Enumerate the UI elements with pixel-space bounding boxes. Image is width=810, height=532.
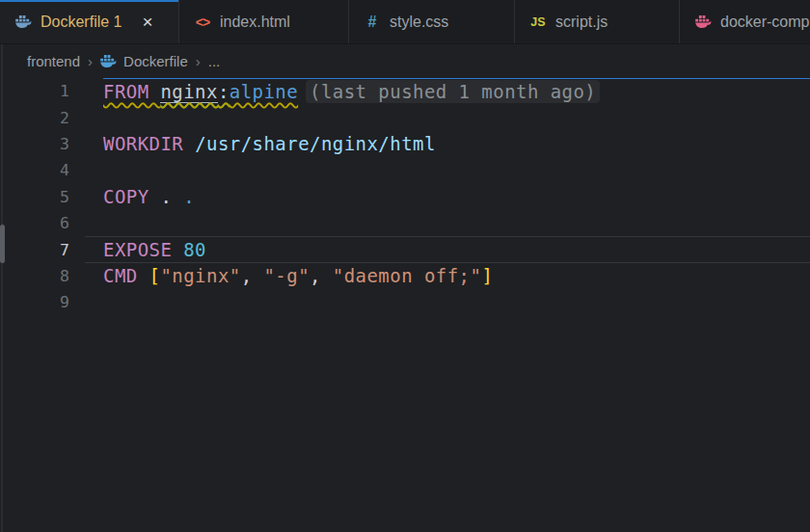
breadcrumb-separator-icon: › xyxy=(88,53,93,69)
breadcrumb-separator-icon: › xyxy=(196,53,201,69)
html-code-icon: <> xyxy=(196,14,209,30)
tab-script-js[interactable]: JS script.js xyxy=(515,0,680,43)
editor[interactable]: 1 FROM nginx:alpine (last pushed 1 month… xyxy=(0,78,810,316)
code-line-7: 7 EXPOSE 80 xyxy=(0,236,810,262)
line-content[interactable]: COPY . . xyxy=(85,184,810,210)
breadcrumb-item-dockerfile[interactable]: Dockerfile xyxy=(100,53,188,69)
left-scrollbar-handle[interactable] xyxy=(0,225,5,263)
token-keyword: CMD xyxy=(103,265,149,286)
line-number[interactable]: 5 xyxy=(0,188,85,206)
line-number[interactable]: 2 xyxy=(0,109,85,127)
line-content[interactable] xyxy=(85,104,810,130)
docker-whale-breadcrumb-icon xyxy=(100,55,117,67)
vscode-window: { "tab_bar": { "tabs": [ { "id": "docker… xyxy=(0,0,810,532)
token-hint: (last pushed 1 month ago) xyxy=(306,80,600,103)
code-line-1: 1 FROM nginx:alpine (last pushed 1 month… xyxy=(0,78,810,104)
code-line-2: 2 xyxy=(0,104,810,130)
token-link: nginx xyxy=(160,81,217,103)
code-line-5: 5 COPY . . xyxy=(0,184,810,210)
tab-index-html[interactable]: <> index.html xyxy=(179,0,349,43)
line-content[interactable]: EXPOSE 80 xyxy=(85,236,810,262)
line-number[interactable]: 1 xyxy=(0,82,85,100)
line-content[interactable] xyxy=(85,157,810,183)
token-string: "-g" xyxy=(263,265,310,286)
line-number[interactable]: 4 xyxy=(0,161,85,179)
breadcrumb-item-frontend[interactable]: frontend xyxy=(27,53,80,69)
green-squiggle: nginx xyxy=(160,81,217,102)
token-plain: , xyxy=(241,265,264,286)
token-keyword: COPY xyxy=(103,186,160,207)
yellow-squiggle: FROM xyxy=(103,81,160,102)
token-value: . xyxy=(183,186,195,207)
token-string: "nginx" xyxy=(160,265,240,286)
token-plain xyxy=(172,186,183,207)
tab-style-css[interactable]: # style.css xyxy=(349,0,515,43)
docker-whale-icon xyxy=(15,15,32,28)
editor-top-rule xyxy=(103,78,810,79)
css-hash-icon: # xyxy=(368,13,377,31)
line-content[interactable]: FROM nginx:alpine (last pushed 1 month a… xyxy=(85,78,810,104)
token-plain: , xyxy=(310,265,333,286)
yellow-squiggle: : xyxy=(218,81,230,102)
token-plain: . xyxy=(160,186,172,207)
token-number: 80 xyxy=(183,239,206,260)
code-line-9: 9 xyxy=(0,289,810,315)
line-number[interactable]: 6 xyxy=(0,214,85,232)
js-icon: JS xyxy=(530,15,545,29)
line-content[interactable] xyxy=(85,210,810,236)
code-line-4: 4 xyxy=(0,157,810,183)
token-bracket: ] xyxy=(481,265,493,286)
line-number[interactable]: 8 xyxy=(0,267,85,285)
breadcrumb-item-[interactable]: ... xyxy=(208,53,221,69)
line-content[interactable]: WORKDIR /usr/share/nginx/html xyxy=(85,131,810,157)
breadcrumb: frontend›Dockerfile›... xyxy=(0,44,810,78)
token-string: "daemon off;" xyxy=(333,265,482,286)
code-line-3: 3 WORKDIR /usr/share/nginx/html xyxy=(0,131,810,157)
code-line-6: 6 xyxy=(0,210,810,236)
token-punct: : xyxy=(218,81,230,102)
line-number[interactable]: 9 xyxy=(0,293,85,311)
code-line-8: 8 CMD ["nginx", "-g", "daemon off;"] xyxy=(0,263,810,289)
left-sash xyxy=(1,44,3,532)
docker-whale-pink-icon xyxy=(695,15,712,28)
token-keyword: EXPOSE xyxy=(103,239,183,260)
code-lines: 1 FROM nginx:alpine (last pushed 1 month… xyxy=(0,78,810,316)
tab-docker-compose[interactable]: docker-compose.yml xyxy=(680,0,810,43)
tab-dockerfile[interactable]: Dockerfile 1 × xyxy=(0,0,179,43)
green-squiggle: : xyxy=(218,81,230,102)
token-keyword: FROM xyxy=(103,81,160,102)
yellow-squiggle: nginx xyxy=(160,81,217,103)
tab-bar: Dockerfile 1 × <> index.html # style.css… xyxy=(0,0,810,44)
yellow-squiggle: alpine xyxy=(230,81,298,102)
token-value: alpine xyxy=(230,81,298,102)
line-content[interactable]: CMD ["nginx", "-g", "daemon off;"] xyxy=(85,263,810,289)
close-icon[interactable]: × xyxy=(142,13,152,31)
token-path: /usr/share/nginx/html xyxy=(195,133,436,154)
line-content[interactable] xyxy=(85,289,810,315)
line-number[interactable]: 3 xyxy=(0,135,85,153)
line-number[interactable]: 7 xyxy=(0,241,85,259)
token-bracket: [ xyxy=(149,265,161,286)
token-keyword: WORKDIR xyxy=(103,133,195,154)
